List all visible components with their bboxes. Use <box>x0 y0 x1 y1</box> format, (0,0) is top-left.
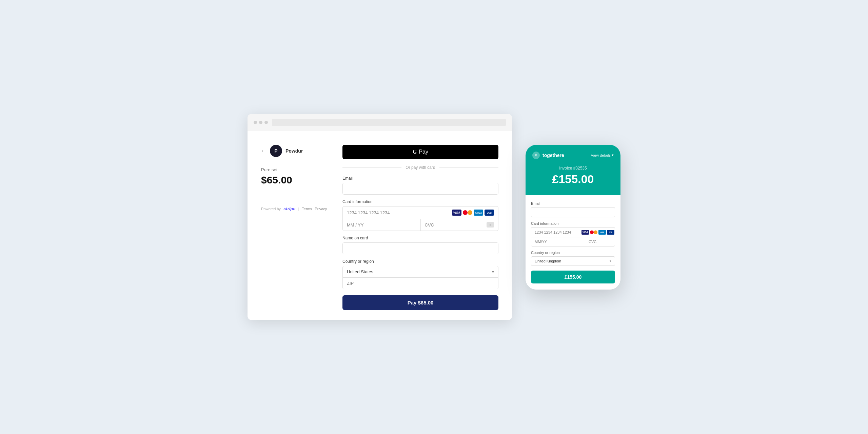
merchant-name: Powdur <box>285 148 303 154</box>
divider-line-right <box>439 167 498 168</box>
zip-input[interactable] <box>343 278 498 289</box>
terms-link[interactable]: Terms <box>302 207 312 211</box>
mobile-pay-button[interactable]: £155.00 <box>531 271 615 283</box>
mobile-amex-icon: AMX <box>598 230 606 235</box>
mobile-card-icons: VISA AMX JCB <box>581 230 614 235</box>
browser-dots <box>254 121 268 124</box>
card-cvc-input[interactable] <box>425 222 487 228</box>
view-details-label: View details <box>591 153 611 157</box>
merchant-initial: P <box>274 148 277 154</box>
card-number-input[interactable] <box>347 210 452 215</box>
phone-brand-icon: ♥ <box>532 152 540 159</box>
browser-content: ← P Powdur Pure set $65.00 Powered by st… <box>248 131 512 320</box>
card-expiry-input[interactable] <box>343 219 421 231</box>
phone-header: ♥ togethere View details ▾ Invoice #3253… <box>526 145 620 195</box>
phone-body: Email Card information VISA AMX JCB <box>526 195 620 290</box>
gpay-g-icon: G <box>413 149 417 155</box>
card-label: Card information <box>342 199 498 204</box>
mobile-country-label: Country or region <box>531 251 615 255</box>
country-select[interactable]: United States United Kingdom <box>347 269 492 274</box>
phone-brand-name: togethere <box>542 153 564 158</box>
product-name: Pure set <box>261 167 329 172</box>
view-details-button[interactable]: View details ▾ <box>591 153 614 157</box>
card-cvc-row: ≡ <box>421 219 498 231</box>
browser-window: ← P Powdur Pure set $65.00 Powered by st… <box>248 114 512 320</box>
card-number-row: VISA AMEX JCB <box>343 206 498 219</box>
mobile-card-label: Card information <box>531 221 615 225</box>
mobile-chevron-icon: ▾ <box>610 259 611 263</box>
divider-line-left <box>342 167 401 168</box>
stripe-logo: stripe <box>283 206 295 211</box>
country-container: United States United Kingdom ▾ <box>342 266 498 289</box>
mobile-country-value: United Kingdom <box>535 259 610 263</box>
name-label: Name on card <box>342 236 498 240</box>
left-panel: ← P Powdur Pure set $65.00 Powered by st… <box>261 141 329 310</box>
back-link[interactable]: ← P Powdur <box>261 145 329 157</box>
email-input[interactable] <box>342 183 498 195</box>
visa-icon: VISA <box>452 210 461 216</box>
pay-button-label: Pay $65.00 <box>408 300 434 305</box>
chevron-down-icon: ▾ <box>492 270 494 274</box>
browser-dot-2 <box>259 121 262 124</box>
divider: Or pay with card <box>342 165 498 170</box>
pay-button[interactable]: Pay $65.00 <box>342 295 498 310</box>
mobile-amount: £155.00 <box>532 173 614 186</box>
mobile-expiry-input[interactable] <box>531 237 585 246</box>
privacy-link[interactable]: Privacy <box>315 207 327 211</box>
gpay-button[interactable]: G Pay <box>342 145 498 159</box>
mobile-phone: ♥ togethere View details ▾ Invoice #3253… <box>526 145 620 290</box>
footer-links: Powered by stripe | Terms Privacy <box>261 206 329 211</box>
phone-top-bar: ♥ togethere View details ▾ <box>532 152 614 159</box>
card-expiry-cvc-row: ≡ <box>343 219 498 231</box>
mobile-visa-icon: VISA <box>581 230 589 235</box>
name-input[interactable] <box>342 242 498 254</box>
browser-dot-1 <box>254 121 257 124</box>
jcb-icon: JCB <box>485 210 494 216</box>
mobile-card-container: VISA AMX JCB <box>531 227 615 246</box>
mobile-email-label: Email <box>531 201 615 205</box>
footer-separator: | <box>298 207 299 211</box>
mobile-mc-icon <box>590 230 597 235</box>
mobile-card-number-row: VISA AMX JCB <box>531 228 615 237</box>
amex-icon: AMEX <box>474 210 483 216</box>
card-info-container: VISA AMEX JCB ≡ <box>342 206 498 231</box>
mobile-pay-label: £155.00 <box>565 274 582 280</box>
mobile-country-select-row: United Kingdom ▾ <box>531 257 615 265</box>
mobile-email-input[interactable] <box>531 207 615 217</box>
powered-by-text: Powered by <box>261 207 281 211</box>
invoice-label: Invoice #32535 <box>532 166 614 171</box>
mobile-cvc-row <box>585 237 615 246</box>
mobile-jcb-icon: JCB <box>607 230 614 235</box>
scene: ← P Powdur Pure set $65.00 Powered by st… <box>248 114 620 320</box>
cvc-icon: ≡ <box>487 222 494 228</box>
product-price: $65.00 <box>261 174 329 186</box>
country-select-row: United States United Kingdom ▾ <box>343 266 498 278</box>
browser-bar <box>248 114 512 131</box>
divider-text: Or pay with card <box>406 165 435 170</box>
mobile-cvc-input[interactable] <box>589 240 615 244</box>
browser-dot-3 <box>264 121 268 124</box>
card-icons: VISA AMEX JCB <box>452 210 494 216</box>
phone-brand: ♥ togethere <box>532 152 564 159</box>
mastercard-icon <box>463 210 472 216</box>
mobile-expiry-cvc <box>531 237 615 246</box>
country-label: Country or region <box>342 259 498 264</box>
gpay-label: Pay <box>419 149 428 155</box>
view-details-chevron: ▾ <box>612 153 614 157</box>
mobile-card-number-input[interactable] <box>535 230 581 234</box>
email-label: Email <box>342 176 498 181</box>
back-arrow-icon: ← <box>261 148 267 154</box>
browser-address-bar[interactable] <box>272 119 506 126</box>
payment-form: G Pay Or pay with card Email Card inform… <box>342 141 498 310</box>
mobile-country-container: United Kingdom ▾ <box>531 256 615 266</box>
merchant-avatar: P <box>270 145 282 157</box>
